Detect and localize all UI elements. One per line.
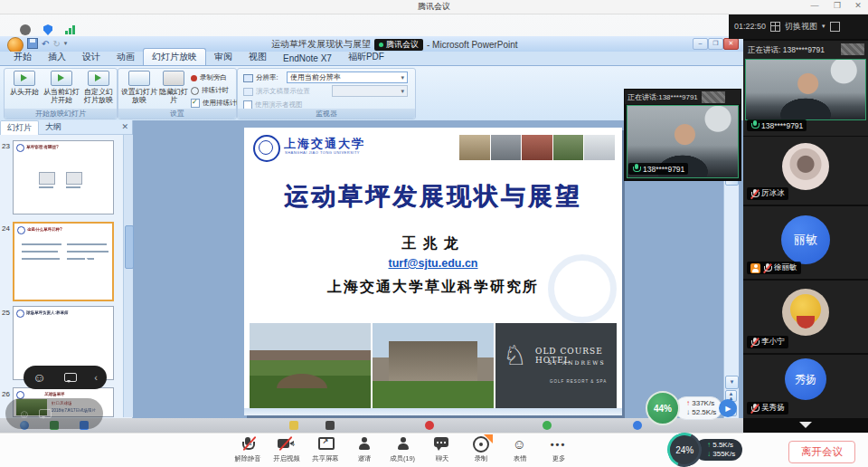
undo-icon[interactable]: ↶ <box>42 39 49 49</box>
maximize-icon[interactable]: ❐ <box>831 1 844 10</box>
meeting-status-overlay <box>20 24 75 35</box>
ppt-minimize-button[interactable]: – <box>693 38 708 50</box>
meeting-titlebar: 腾讯会议 — ❐ ✕ <box>0 0 868 14</box>
rehearse-timings-option[interactable]: 排练计时 <box>191 86 229 95</box>
ppt-title-suffix: - Microsoft PowerPoint <box>427 40 518 50</box>
checkbox-checked-icon[interactable] <box>191 99 200 108</box>
members-button[interactable]: 成员(19) <box>383 436 422 463</box>
taskbar-app-icon[interactable] <box>289 421 298 430</box>
hide-slide-button[interactable]: 隐藏幻灯片 <box>159 71 188 104</box>
chevron-down-icon[interactable]: ▾ <box>822 23 826 30</box>
ppt-close-button[interactable]: ✕ <box>723 38 739 50</box>
resolution-select[interactable]: 使用当前分辨率 ▾ <box>287 71 408 83</box>
save-icon[interactable] <box>27 38 38 49</box>
redo-icon[interactable]: ↻ <box>52 39 60 49</box>
hotel-sign-photo: ♘ OLD COURSE HOTEL ST ANDREWS GOLF RESOR… <box>495 323 617 408</box>
cpu-percent-badge[interactable]: 44% <box>646 391 680 425</box>
unmute-button[interactable]: ▴ 解除静音 <box>228 436 267 463</box>
chevron-down-icon: ▾ <box>401 74 404 81</box>
show-on-select[interactable]: ▾ <box>332 85 408 97</box>
minimize-icon[interactable]: — <box>808 1 821 10</box>
start-video-button[interactable]: ▴ 开启视频 <box>267 436 306 463</box>
share-performance-badge[interactable]: 44% ↑ 337K/s ↓ 52.5K/s ▶ <box>646 391 737 425</box>
chat-icon <box>434 437 449 451</box>
taskbar-app-icon[interactable] <box>326 421 335 430</box>
scroll-down-icon[interactable]: ▼ <box>725 376 739 389</box>
tab-review[interactable]: 审阅 <box>206 49 241 65</box>
panel-close-icon[interactable]: ✕ <box>121 122 128 131</box>
slideshow-icon <box>88 71 109 86</box>
tab-outline[interactable]: 大纲 <box>39 120 68 134</box>
collapse-arrow-button[interactable]: ▶ <box>719 399 737 417</box>
share-screen-button[interactable]: 共享屏幕 <box>306 436 344 463</box>
from-beginning-button[interactable]: 从头开始 <box>8 71 41 96</box>
slide-thumbnail-23[interactable]: 草坪管理:有哪些? <box>13 140 114 214</box>
setup-slideshow-button[interactable]: 设置幻灯片放映 <box>121 71 157 104</box>
custom-slideshow-button[interactable]: 自定义幻灯片放映 <box>82 71 115 104</box>
tab-endnote[interactable]: EndNote X7 <box>275 52 340 65</box>
host-badge-icon <box>750 263 760 273</box>
tab-design[interactable]: 设计 <box>74 49 108 65</box>
emoji-button[interactable]: ☺ 表情 <box>500 436 539 463</box>
speaker-tile[interactable]: 正在讲话: 138****9791 138****9791 <box>743 41 868 136</box>
email-link[interactable]: turf@sjtu.edu.cn <box>244 257 622 270</box>
fullscreen-icon[interactable] <box>830 22 840 32</box>
invite-person-icon <box>357 437 372 451</box>
mic-on-icon <box>750 120 759 130</box>
invite-button[interactable]: 邀请 <box>344 436 383 463</box>
participant-tile[interactable]: 丽敏 徐丽敏 <box>743 206 868 279</box>
more-button[interactable]: ••• 更多 <box>539 436 578 463</box>
scroll-participants-down-icon[interactable] <box>799 422 812 428</box>
chevron-up-icon[interactable]: ▴ <box>249 440 252 447</box>
taskbar-app-icon[interactable] <box>542 421 552 430</box>
tab-view[interactable]: 视图 <box>241 49 275 65</box>
chat-button[interactable]: 聊天 <box>422 436 461 463</box>
qat-dropdown-icon[interactable]: ▾ <box>64 40 68 47</box>
participant-tile[interactable]: 李小宁 <box>743 281 868 353</box>
record-narration-option[interactable]: 录制旁白 <box>191 73 227 82</box>
security-shield-icon[interactable] <box>43 24 52 35</box>
tab-slideshow[interactable]: 幻灯片放映 <box>143 48 206 65</box>
tab-home[interactable]: 开始 <box>5 49 40 65</box>
tab-foxit-pdf[interactable]: 福昕PDF <box>340 49 392 65</box>
from-current-slide-button[interactable]: 从当前幻灯片开始 <box>42 71 80 104</box>
group-label: 开始放映幻灯片 <box>5 109 117 119</box>
sjtu-logo-icon <box>16 144 24 152</box>
net-percent-badge[interactable]: 24% <box>663 428 707 467</box>
mic-muted-icon <box>750 189 759 199</box>
network-status-badge[interactable]: 24% ↑ 5.5K/s ↓ 355K/s <box>667 433 742 467</box>
tab-animations[interactable]: 动画 <box>108 49 143 65</box>
windows-taskbar[interactable] <box>0 418 743 433</box>
leave-meeting-button[interactable]: 离开会议 <box>788 441 855 463</box>
scrollbar-thumb[interactable] <box>125 225 134 269</box>
record-button[interactable]: 录制 <box>461 436 500 463</box>
emoji-icon[interactable]: ☺ <box>33 370 45 385</box>
thumb-image-placeholder <box>66 172 82 185</box>
tab-insert[interactable]: 插入 <box>40 49 74 65</box>
close-icon[interactable]: ✕ <box>852 1 864 10</box>
chevron-up-icon[interactable]: ▴ <box>291 440 295 447</box>
participant-tile[interactable]: 厉冰冰 <box>743 137 868 205</box>
taskbar-app-icon[interactable] <box>425 421 434 430</box>
thumb-image-placeholder <box>39 172 55 185</box>
ribbon-group-setup: 设置幻灯片放映 隐藏幻灯片 录制旁白 排练计时 使用排练计时 <box>118 68 237 119</box>
participant-name-label: 138****9791 <box>747 119 807 131</box>
taskbar-app-icon[interactable] <box>633 421 642 430</box>
panel-scrollbar[interactable] <box>123 135 133 417</box>
ribbon-tab-row: 开始 插入 设计 动画 幻灯片放映 审阅 视图 EndNote X7 福昕PDF <box>0 52 743 66</box>
current-slide: 上海交通大学 SHANGHAI JIAO TONG UNIVERSITY 运动草… <box>244 128 622 415</box>
use-rehearsed-timings-option[interactable]: 使用排练计时 <box>191 99 243 108</box>
chat-icon[interactable] <box>64 373 76 383</box>
tab-slides-thumbnails[interactable]: 幻灯片 <box>0 120 39 135</box>
mic-on-icon <box>632 164 640 174</box>
floating-speaker-window[interactable]: 正在讲话:138****9791 138****9791 <box>624 89 741 181</box>
ppt-restore-button[interactable]: ❐ <box>708 38 723 50</box>
collapse-left-icon[interactable]: ‹ <box>94 372 98 383</box>
participant-tile[interactable]: 秀扬 吴秀扬 <box>743 355 868 418</box>
participant-video[interactable] <box>745 59 866 120</box>
slide-thumbnail-24-selected[interactable]: 这是什么草坪品种? <box>13 222 114 301</box>
switch-view-button[interactable]: 切换视图 <box>785 21 817 33</box>
reaction-quickbar[interactable]: ☺ ‹ <box>24 366 107 389</box>
campus-photo-strip <box>459 135 615 160</box>
meeting-info-icon[interactable] <box>20 24 31 35</box>
